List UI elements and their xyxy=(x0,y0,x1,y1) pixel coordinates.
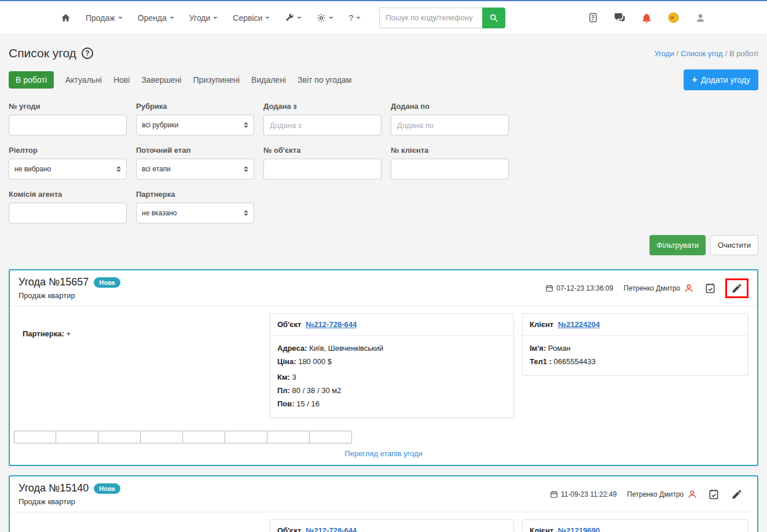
deal-tasks-icon[interactable] xyxy=(704,282,716,294)
stage-cell[interactable] xyxy=(225,431,267,443)
tab-new[interactable]: Нові xyxy=(113,71,130,89)
tab-report[interactable]: Звіт по угодам xyxy=(298,71,351,89)
chevron-down-icon xyxy=(297,17,302,19)
object-link[interactable]: №212-728-644 xyxy=(306,320,357,329)
deal-status-badge: Нова xyxy=(94,277,120,288)
partner-select[interactable]: не вказано xyxy=(136,203,254,223)
breadcrumb-link-deal-list[interactable]: Список угод xyxy=(681,49,722,58)
deal-number-input[interactable] xyxy=(9,115,127,135)
view-stages-link[interactable]: Перегляд етапів угоди xyxy=(344,449,422,458)
tab-paused[interactable]: Призупинені xyxy=(193,71,240,89)
object-price-row: Ціна: 180 000 $ xyxy=(277,355,507,368)
tab-in-work[interactable]: В роботі xyxy=(9,71,54,89)
tab-finished[interactable]: Завершені xyxy=(141,71,181,89)
select-arrows-icon xyxy=(244,210,248,216)
clear-button[interactable]: Очистити xyxy=(710,235,758,255)
object-link[interactable]: №212-728-644 xyxy=(306,526,357,532)
deal-title: Угода №15140 xyxy=(19,482,89,494)
object-area-row: Пл: 80 / 38 / 30 м2 xyxy=(277,384,507,397)
stage-cell[interactable] xyxy=(267,431,310,443)
nav-menu-settings[interactable] xyxy=(317,13,333,23)
stage-select[interactable]: всі етапи xyxy=(136,159,254,179)
row-label: Ціна: xyxy=(277,357,296,366)
nav-menu-sales[interactable]: Продаж xyxy=(86,13,123,23)
calendar-icon xyxy=(550,490,558,498)
stage-cell[interactable] xyxy=(98,431,141,443)
nav-label: ? xyxy=(348,13,353,23)
agent-commission-input[interactable] xyxy=(9,203,127,223)
stage-cell[interactable] xyxy=(183,431,225,443)
client-header-label: Клієнт xyxy=(530,320,553,329)
nav-menu-rent[interactable]: Оренда xyxy=(138,13,174,23)
deal-status-badge: Нова xyxy=(94,483,120,494)
client-link[interactable]: №21219690 xyxy=(558,526,600,532)
deal-title: Угода №15657 xyxy=(19,276,89,288)
row-label: Км: xyxy=(277,373,290,381)
search-group xyxy=(379,8,505,28)
tab-actual[interactable]: Актуальні xyxy=(65,71,102,89)
deal-card-15657: Угода №15657 Нова Продаж квартир 07-12-2… xyxy=(9,269,758,466)
journal-icon[interactable] xyxy=(588,12,599,23)
object-panel-header: Об'єкт №212-728-644 xyxy=(270,520,513,532)
select-value: всі етапи xyxy=(142,165,171,173)
deal-body: Об'єкт №212-728-644 Адреса: Київ, Шевчен… xyxy=(10,512,757,532)
stage-cell[interactable] xyxy=(56,431,98,443)
chat-icon[interactable] xyxy=(614,12,626,24)
search-input[interactable] xyxy=(379,8,482,28)
client-phone-row: Тел1 : 0665554433 xyxy=(530,355,741,368)
tab-deleted[interactable]: Видалені xyxy=(251,71,286,89)
page-header: Список угод ? Угоди/Список угод/В роботі xyxy=(0,35,767,67)
nav-menu-services[interactable]: Сервіси xyxy=(233,13,270,23)
home-icon[interactable] xyxy=(61,13,71,23)
filter-field-client-number: № клієнта xyxy=(391,146,509,179)
object-header-label: Об'єкт xyxy=(277,526,301,532)
rubric-select[interactable]: всі рубрики xyxy=(136,115,254,135)
field-label: Партнерка xyxy=(136,190,254,199)
gear-icon xyxy=(317,13,326,23)
added-to-input[interactable] xyxy=(391,115,509,135)
filter-field-agent-commission: Комісія агента xyxy=(9,190,127,223)
client-number-input[interactable] xyxy=(391,159,509,179)
coin-icon[interactable] xyxy=(667,12,680,24)
row-value: 80 / 38 / 30 м2 xyxy=(292,386,342,395)
deal-left-column: Партнерка: + xyxy=(19,313,262,338)
stage-cell[interactable] xyxy=(310,431,352,443)
add-deal-button[interactable]: + Додати угоду xyxy=(684,69,758,90)
row-label: Адреса: xyxy=(277,344,307,353)
row-value: 15 / 16 xyxy=(296,399,320,408)
breadcrumb-link-deals[interactable]: Угоди xyxy=(654,49,674,58)
filter-button[interactable]: Фільтрувати xyxy=(649,235,706,255)
deal-partner: Партнерка: + xyxy=(23,329,262,338)
edit-pencil-icon[interactable] xyxy=(725,485,748,504)
stage-cell[interactable] xyxy=(14,431,56,443)
deal-tasks-icon[interactable] xyxy=(708,489,720,500)
row-value: 180 000 $ xyxy=(298,357,332,366)
client-link[interactable]: №21224204 xyxy=(558,320,600,329)
chevron-down-icon xyxy=(170,17,174,19)
nav-label: Продаж xyxy=(86,13,115,23)
deal-agent-name: Петренко Дмитро xyxy=(623,284,680,292)
select-arrows-icon xyxy=(116,166,121,172)
help-icon[interactable]: ? xyxy=(82,47,93,59)
deal-header-left: Угода №15140 Нова Продаж квартир xyxy=(19,482,120,506)
edit-pencil-icon[interactable] xyxy=(731,282,743,294)
stage-cell[interactable] xyxy=(141,431,183,443)
agent-person-icon[interactable] xyxy=(684,283,694,293)
nav-menu-tools[interactable] xyxy=(285,13,302,23)
user-icon[interactable] xyxy=(695,12,706,24)
deal-date-text: 11-09-23 11:22:49 xyxy=(561,490,616,498)
nav-menu-help[interactable]: ? xyxy=(348,13,361,23)
search-button[interactable] xyxy=(482,8,505,28)
deal-meta: 07-12-23 13:36:09 Петренко Дмитро xyxy=(545,278,748,298)
added-from-input[interactable] xyxy=(263,115,381,135)
wrench-icon xyxy=(285,13,294,23)
filter-field-stage: Поточний етап всі етапи xyxy=(136,146,254,179)
nav-menu-deals[interactable]: Угоди xyxy=(189,13,218,23)
realtor-select[interactable]: не вибрано xyxy=(9,159,127,179)
field-label: Поточний етап xyxy=(136,146,254,155)
bell-icon[interactable] xyxy=(641,12,652,24)
agent-person-icon[interactable] xyxy=(687,489,698,500)
filter-field-added-to: Додана по xyxy=(391,102,509,135)
tabs-row: В роботі Актуальні Нові Завершені Призуп… xyxy=(0,67,767,90)
object-number-input[interactable] xyxy=(263,159,381,179)
